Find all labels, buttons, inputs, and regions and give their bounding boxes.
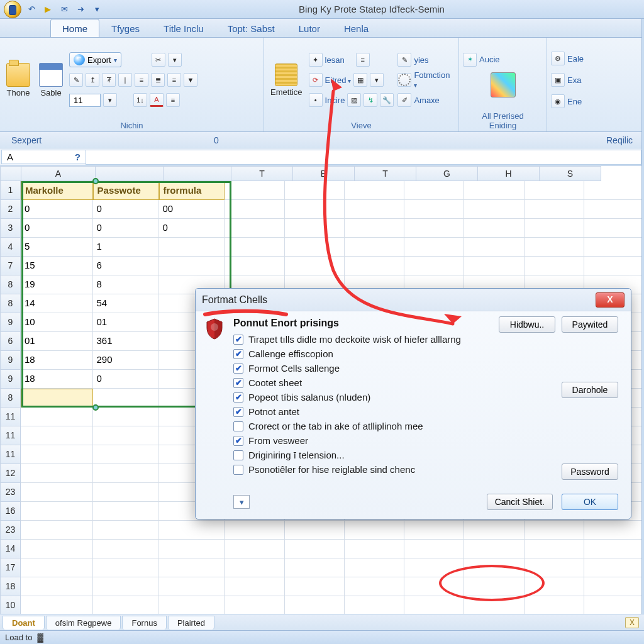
qat-play-icon[interactable]: ▶ <box>42 3 54 16</box>
all-prerised-button[interactable] <box>463 71 543 100</box>
selection-handle[interactable] <box>92 178 99 184</box>
cell[interactable]: 15 <box>21 257 93 275</box>
row-header[interactable]: 9 <box>0 313 21 332</box>
close-button[interactable]: X <box>596 292 625 308</box>
cell[interactable] <box>404 219 464 238</box>
cell[interactable] <box>345 558 404 577</box>
sheet-tab[interactable]: Doant <box>3 616 45 630</box>
cell[interactable]: 0 <box>21 219 93 238</box>
row-header[interactable]: 23 <box>0 483 21 502</box>
sheet-tab[interactable]: Plairted <box>168 616 214 630</box>
cut-icon[interactable]: ✂ <box>152 53 165 67</box>
cell[interactable]: 8 <box>93 275 159 294</box>
cell[interactable] <box>584 540 644 558</box>
bullet-icon[interactable]: • <box>309 93 323 107</box>
selection-handle[interactable] <box>92 404 99 411</box>
num-one-icon[interactable]: 1↓ <box>133 93 147 107</box>
checkbox[interactable] <box>233 378 243 388</box>
cell[interactable]: 01 <box>21 332 93 351</box>
cell[interactable]: 00 <box>158 200 225 219</box>
cell[interactable] <box>21 389 93 408</box>
align-right-icon[interactable]: ≡ <box>167 73 181 87</box>
cell[interactable] <box>464 181 524 200</box>
cell[interactable]: 5 <box>21 238 93 257</box>
col-header[interactable]: A <box>21 166 96 181</box>
cell[interactable]: 290 <box>93 351 159 370</box>
cell[interactable] <box>525 577 584 596</box>
row-header[interactable]: 11 <box>0 426 21 445</box>
cell[interactable] <box>21 540 93 558</box>
sphere-icon[interactable]: ◉ <box>551 94 565 108</box>
footer-dropdown[interactable]: ▾ <box>233 495 250 509</box>
paywited-button[interactable]: Paywited <box>562 316 618 333</box>
align2-icon[interactable]: ≡ <box>166 93 180 107</box>
brush-icon[interactable]: ✎ <box>397 53 411 67</box>
cell[interactable] <box>285 257 345 275</box>
cell[interactable]: 10 <box>21 313 93 332</box>
wand-icon[interactable]: ✦ <box>309 53 323 67</box>
col-header[interactable]: T <box>355 166 416 181</box>
checkbox[interactable] <box>233 450 243 460</box>
cell[interactable] <box>404 577 464 596</box>
cell[interactable]: 54 <box>93 294 159 313</box>
checkbox[interactable] <box>233 349 243 359</box>
checkbox[interactable] <box>233 436 243 446</box>
cell[interactable] <box>584 219 644 238</box>
cell[interactable] <box>404 200 464 219</box>
row-header[interactable]: 4 <box>0 238 21 257</box>
cell[interactable] <box>464 596 524 615</box>
cell[interactable] <box>285 596 345 615</box>
cell[interactable] <box>404 521 464 540</box>
cell[interactable] <box>21 521 93 540</box>
cell[interactable] <box>525 238 584 257</box>
dialog-title-bar[interactable]: Fortmat Chells X <box>196 289 631 311</box>
cell[interactable] <box>464 257 524 275</box>
help-icon[interactable]: ? <box>75 152 80 162</box>
sheet-tab[interactable]: ofsim Regpewe <box>46 616 121 630</box>
row-header[interactable]: 11 <box>0 445 21 464</box>
cell[interactable] <box>21 445 93 464</box>
cell[interactable] <box>21 558 93 577</box>
checkbox[interactable] <box>233 465 243 475</box>
ruler-icon[interactable]: ✐ <box>397 93 411 107</box>
select-all-corner[interactable] <box>0 166 21 181</box>
row-header[interactable]: 8 <box>0 294 21 313</box>
cell[interactable] <box>93 521 159 540</box>
cell[interactable] <box>21 577 93 596</box>
password-button[interactable]: Password <box>562 464 618 480</box>
cell[interactable]: 0 <box>158 219 225 238</box>
pic-icon[interactable]: ▨ <box>347 93 361 107</box>
cell[interactable] <box>404 238 464 257</box>
cell[interactable] <box>158 257 225 275</box>
row-header[interactable]: 3 <box>0 219 21 238</box>
cell[interactable] <box>225 219 284 238</box>
cell[interactable] <box>225 577 284 596</box>
cell[interactable] <box>285 521 345 540</box>
grid-icon[interactable]: ▦ <box>353 73 367 87</box>
tab-topt[interactable]: Topt: Sabst <box>216 19 287 37</box>
checkbox[interactable] <box>233 407 243 417</box>
cell[interactable] <box>525 200 584 219</box>
cell[interactable] <box>93 596 159 615</box>
cell[interactable] <box>464 219 524 238</box>
cell[interactable] <box>21 483 93 502</box>
cell[interactable]: 14 <box>21 294 93 313</box>
cell[interactable]: 0 <box>93 370 159 389</box>
cell[interactable] <box>584 558 644 577</box>
sep-icon[interactable]: | <box>118 73 132 87</box>
box-icon[interactable]: ▣ <box>551 73 565 87</box>
cell[interactable] <box>285 540 345 558</box>
qat-arrow-icon[interactable]: ➜ <box>74 3 87 16</box>
cell[interactable] <box>285 200 345 219</box>
cell[interactable] <box>225 257 284 275</box>
cell[interactable] <box>464 521 524 540</box>
cell[interactable] <box>584 596 644 615</box>
cell[interactable] <box>345 238 404 257</box>
pen-icon[interactable]: ✎ <box>69 73 83 87</box>
cell[interactable] <box>225 181 284 200</box>
cell[interactable] <box>345 257 404 275</box>
tt-icon[interactable]: ₮ <box>102 73 116 87</box>
col-header[interactable] <box>164 166 231 181</box>
col-header[interactable]: H <box>478 166 540 181</box>
cell[interactable] <box>584 521 644 540</box>
